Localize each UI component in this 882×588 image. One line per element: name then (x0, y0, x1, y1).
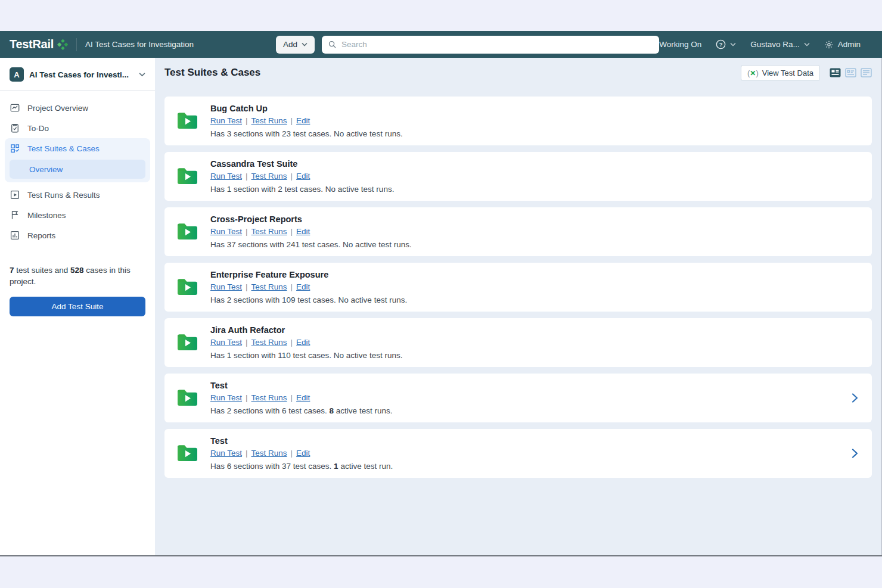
sidebar-item-milestones[interactable]: Milestones (5, 205, 150, 225)
edit-link[interactable]: Edit (296, 172, 310, 181)
search-icon (328, 40, 337, 49)
sidebar-item-project-overview[interactable]: Project Overview (5, 98, 150, 118)
add-button[interactable]: Add (276, 36, 315, 54)
test-runs-link[interactable]: Test Runs (251, 116, 287, 125)
chevron-right-icon[interactable] (851, 448, 859, 459)
view-test-data-button[interactable]: (✕) View Test Data (741, 65, 820, 81)
suite-description: Has 6 sections with 37 test cases. 1 act… (210, 462, 393, 471)
flag-icon (10, 210, 20, 220)
project-selector-name: AI Test Cases for Investi... (29, 70, 133, 79)
project-selector[interactable]: A AI Test Cases for Investi... (0, 65, 155, 91)
suite-name: Test (210, 436, 393, 446)
gear-icon (824, 40, 834, 49)
chevron-right-icon[interactable] (851, 393, 859, 403)
suite-card[interactable]: Enterprise Feature Exposure Run Test|Tes… (164, 263, 872, 312)
run-test-link[interactable]: Run Test (210, 449, 242, 458)
sidebar-item-test-runs[interactable]: Test Runs & Results (5, 185, 150, 205)
run-test-link[interactable]: Run Test (210, 338, 242, 347)
view-test-data-label: View Test Data (762, 69, 813, 77)
clipboard-check-icon (10, 123, 20, 133)
suite-card[interactable]: Cross-Project Reports Run Test|Test Runs… (164, 207, 872, 256)
help-menu[interactable]: ? (716, 39, 736, 49)
user-name: Gustavo Ra... (750, 40, 800, 49)
suite-card[interactable]: Test Run Test|Test Runs|Edit Has 6 secti… (164, 429, 872, 478)
suites-grid-icon (10, 143, 20, 154)
run-test-link[interactable]: Run Test (210, 172, 242, 181)
link-separator: | (246, 338, 248, 347)
view-toggle-detail-icon[interactable] (845, 68, 856, 77)
run-test-link[interactable]: Run Test (210, 116, 242, 125)
working-on-link[interactable]: Working On (659, 40, 701, 49)
edit-link[interactable]: Edit (296, 338, 310, 347)
chevron-down-icon (139, 72, 145, 77)
link-separator: | (246, 282, 248, 291)
suite-card[interactable]: Cassandra Test Suite Run Test|Test Runs|… (164, 152, 872, 201)
sidebar-item-label: Test Suites & Cases (27, 144, 100, 153)
test-runs-link[interactable]: Test Runs (251, 449, 287, 458)
user-menu[interactable]: Gustavo Ra... (750, 40, 810, 49)
svg-text:?: ? (719, 42, 723, 48)
navbar-divider (76, 38, 77, 51)
add-test-suite-button[interactable]: Add Test Suite (10, 297, 145, 316)
suite-folder-play-icon (176, 276, 198, 298)
sidebar-group-test-suites: Test Suites & Cases Overview (5, 138, 150, 182)
suites-count: 7 (10, 266, 14, 275)
link-separator: | (291, 172, 293, 181)
search-bar[interactable] (322, 36, 659, 54)
link-separator: | (291, 227, 293, 236)
top-navbar: TestRail AI Test Cases for Investigation… (0, 31, 882, 58)
project-avatar: A (10, 67, 24, 82)
cases-count: 528 (70, 266, 84, 275)
suite-list: Bug Catch Up Run Test|Test Runs|Edit Has… (164, 97, 872, 478)
run-test-link[interactable]: Run Test (210, 227, 242, 236)
test-runs-link[interactable]: Test Runs (251, 172, 287, 181)
sidebar-item-reports[interactable]: Reports (5, 225, 150, 245)
run-test-link[interactable]: Run Test (210, 282, 242, 291)
suite-name: Bug Catch Up (210, 104, 403, 113)
sidebar-item-suites-overview[interactable]: Overview (10, 160, 145, 179)
bar-chart-icon (10, 230, 20, 241)
edit-link[interactable]: Edit (296, 393, 310, 402)
edit-link[interactable]: Edit (296, 282, 310, 291)
chevron-down-icon (302, 42, 308, 46)
edit-link[interactable]: Edit (296, 227, 310, 236)
edit-link[interactable]: Edit (296, 116, 310, 125)
edit-link[interactable]: Edit (296, 449, 310, 458)
link-separator: | (291, 116, 293, 125)
suite-card[interactable]: Jira Auth Refactor Run Test|Test Runs|Ed… (164, 318, 872, 367)
suite-folder-play-icon (176, 443, 198, 465)
suite-description: Has 2 sections with 6 test cases. 8 acti… (210, 406, 392, 415)
stats-text: test suites and (14, 266, 71, 275)
sidebar-item-label: Reports (27, 231, 55, 240)
suite-description: Has 1 section with 110 test cases. No ac… (210, 351, 402, 360)
test-runs-link[interactable]: Test Runs (251, 282, 287, 291)
suite-name: Cross-Project Reports (210, 214, 412, 224)
sidebar-item-label: Project Overview (27, 104, 88, 113)
play-square-icon (10, 189, 20, 200)
search-input[interactable] (341, 40, 653, 49)
suite-description: Has 1 section with 2 test cases. No acti… (210, 185, 394, 194)
link-separator: | (291, 282, 293, 291)
sidebar-item-label: To-Do (27, 124, 49, 133)
test-runs-link[interactable]: Test Runs (251, 227, 287, 236)
sidebar-item-todo[interactable]: To-Do (5, 118, 150, 138)
suite-card[interactable]: Test Run Test|Test Runs|Edit Has 2 secti… (164, 374, 872, 422)
testrail-logo[interactable]: TestRail (10, 38, 69, 51)
suite-card[interactable]: Bug Catch Up Run Test|Test Runs|Edit Has… (164, 97, 872, 145)
link-separator: | (291, 449, 293, 458)
suite-description: Has 2 sections with 109 test cases. No a… (210, 295, 407, 304)
view-toggle-cards-icon[interactable] (830, 68, 841, 77)
add-button-label: Add (283, 40, 297, 49)
test-runs-link[interactable]: Test Runs (251, 338, 287, 347)
main-content: Test Suites & Cases (✕) View Test Data (155, 58, 882, 555)
admin-link[interactable]: Admin (824, 40, 861, 49)
suite-name: Enterprise Feature Exposure (210, 270, 407, 279)
test-runs-link[interactable]: Test Runs (251, 393, 287, 402)
view-toggle-list-icon[interactable] (861, 68, 872, 77)
sidebar-item-test-suites[interactable]: Test Suites & Cases (5, 138, 150, 158)
run-test-link[interactable]: Run Test (210, 393, 242, 402)
testrail-logo-chevron-icon (57, 39, 69, 51)
project-title: AI Test Cases for Investigation (85, 40, 194, 49)
link-separator: | (246, 227, 248, 236)
link-separator: | (246, 116, 248, 125)
